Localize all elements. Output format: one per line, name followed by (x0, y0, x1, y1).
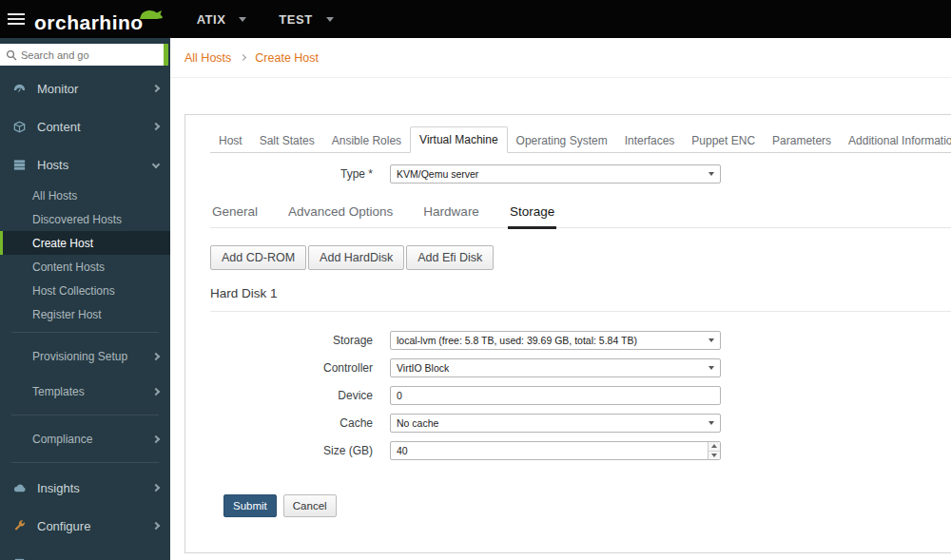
brand-text: orcharhino (34, 12, 144, 32)
type-field-row: Type * KVM/Qemu server (210, 164, 951, 183)
tab-interfaces[interactable]: Interfaces (616, 128, 684, 153)
subtab-general[interactable]: General (210, 199, 260, 227)
top-navbar: orcharhino ATIX TEST (0, 0, 951, 38)
sidebar-item-infrastructure[interactable]: Infrastructure (0, 545, 170, 560)
sidebar-item-label: Content (37, 120, 81, 134)
storage-field-row: Storage local-lvm (free: 5.8 TB, used: 3… (210, 331, 951, 350)
tab-host[interactable]: Host (210, 128, 251, 153)
tab-operating-system[interactable]: Operating System (508, 128, 616, 153)
add-efi-disk-button[interactable]: Add Efi Disk (406, 245, 494, 270)
cache-select[interactable]: No cache (390, 414, 721, 433)
brand-logo[interactable]: orcharhino (34, 7, 165, 32)
breadcrumb-all-hosts[interactable]: All Hosts (184, 51, 231, 65)
add-harddisk-button[interactable]: Add HardDisk (308, 245, 404, 270)
sidebar-item-provisioning-setup[interactable]: Provisioning Setup (0, 338, 170, 374)
sidebar-item-label: Hosts (37, 158, 68, 172)
server-icon (11, 158, 28, 172)
add-cdrom-button[interactable]: Add CD-ROM (210, 245, 306, 270)
sidebar-item-label: Provisioning Setup (32, 350, 127, 363)
cache-field-label: Cache (210, 416, 373, 430)
sidebar-item-templates[interactable]: Templates (0, 374, 170, 409)
stepper-up-icon[interactable] (708, 442, 720, 451)
sidebar-item-label: Infrastructure (37, 557, 110, 560)
building-icon (11, 557, 28, 560)
rhino-logo-icon (138, 7, 165, 25)
chevron-right-icon (152, 85, 160, 92)
form-actions: Submit Cancel (223, 494, 951, 517)
sidebar-item-content-hosts[interactable]: Content Hosts (0, 255, 170, 279)
menu-toggle-icon[interactable] (0, 0, 32, 38)
tab-puppet-enc[interactable]: Puppet ENC (683, 128, 764, 153)
chevron-down-icon (152, 161, 160, 168)
device-input[interactable] (390, 386, 721, 405)
search-icon (6, 49, 17, 61)
sidebar-item-label: Monitor (37, 82, 78, 96)
wrench-icon (11, 519, 28, 533)
cloud-icon (11, 481, 28, 495)
device-field-label: Device (210, 389, 373, 402)
caret-down-icon (239, 17, 246, 22)
sidebar-item-label: Insights (37, 481, 80, 495)
size-field-row: Size (GB) (210, 441, 951, 460)
location-menu[interactable]: TEST (279, 12, 333, 27)
gauge-icon (11, 82, 28, 96)
sidebar-item-hosts[interactable]: Hosts (0, 145, 170, 183)
submit-button[interactable]: Submit (223, 494, 277, 517)
subtab-advanced-options[interactable]: Advanced Options (286, 199, 395, 227)
sidebar-item-create-host[interactable]: Create Host (0, 231, 170, 255)
chevron-right-icon (240, 54, 246, 61)
sidebar-item-label: Templates (32, 385, 85, 398)
search-go-button[interactable] (164, 44, 168, 66)
sidebar-item-monitor[interactable]: Monitor (0, 69, 170, 107)
sidebar-item-label: Host Collections (32, 284, 115, 298)
search-input[interactable] (21, 49, 164, 61)
tab-additional-information[interactable]: Additional Information (840, 128, 951, 153)
chevron-right-icon (152, 387, 160, 395)
tab-salt-states[interactable]: Salt States (251, 128, 323, 153)
controller-select[interactable]: VirtIO Block (390, 358, 721, 377)
breadcrumb-create-host: Create Host (255, 51, 319, 65)
compute-type-select[interactable]: KVM/Qemu server (390, 164, 721, 183)
caret-down-icon (708, 366, 714, 370)
sidebar-item-configure[interactable]: Configure (0, 507, 170, 545)
storage-field-label: Storage (210, 334, 373, 347)
subtab-hardware[interactable]: Hardware (421, 199, 481, 227)
search-box (0, 44, 168, 66)
sidebar-item-all-hosts[interactable]: All Hosts (0, 183, 170, 207)
tab-parameters[interactable]: Parameters (764, 128, 840, 153)
sidebar-item-content[interactable]: Content (0, 107, 170, 145)
sidebar-item-label: All Hosts (32, 189, 77, 203)
sidebar-item-compliance[interactable]: Compliance (0, 421, 170, 456)
number-stepper (708, 442, 720, 459)
divider (11, 415, 159, 415)
caret-down-icon (326, 17, 334, 22)
sidebar-item-label: Register Host (32, 308, 102, 321)
controller-value: VirtIO Block (397, 362, 449, 374)
sidebar: Monitor Content Hosts All Hosts Discover… (0, 38, 170, 560)
caret-down-icon (708, 338, 714, 342)
host-form-tabs: Host Salt States Ansible Roles Virtual M… (210, 126, 951, 153)
breadcrumb: All Hosts Create Host (170, 38, 951, 78)
storage-value: local-lvm (free: 5.8 TB, used: 39.69 GB,… (397, 335, 637, 346)
storage-select[interactable]: local-lvm (free: 5.8 TB, used: 39.69 GB,… (390, 331, 721, 350)
sidebar-item-register-host[interactable]: Register Host (0, 302, 170, 326)
sidebar-item-host-collections[interactable]: Host Collections (0, 279, 170, 302)
chevron-right-icon (152, 352, 160, 359)
tab-ansible-roles[interactable]: Ansible Roles (323, 128, 410, 153)
sidebar-item-insights[interactable]: Insights (0, 469, 170, 507)
cancel-button[interactable]: Cancel (283, 494, 337, 517)
org-menu-label: ATIX (197, 12, 226, 27)
compute-type-value: KVM/Qemu server (397, 168, 478, 180)
chevron-right-icon (152, 522, 160, 530)
subtab-storage[interactable]: Storage (508, 199, 556, 229)
package-icon (11, 120, 28, 134)
sidebar-item-discovered-hosts[interactable]: Discovered Hosts (0, 207, 170, 231)
sidebar-item-label: Configure (37, 519, 90, 533)
stepper-down-icon[interactable] (708, 451, 720, 460)
size-field-label: Size (GB) (210, 444, 373, 457)
size-gb-input[interactable] (390, 441, 721, 460)
vm-subtabs: General Advanced Options Hardware Storag… (210, 199, 951, 228)
hard-disk-title: Hard Disk 1 (210, 286, 951, 300)
org-menu[interactable]: ATIX (197, 12, 247, 27)
tab-virtual-machine[interactable]: Virtual Machine (410, 126, 508, 153)
